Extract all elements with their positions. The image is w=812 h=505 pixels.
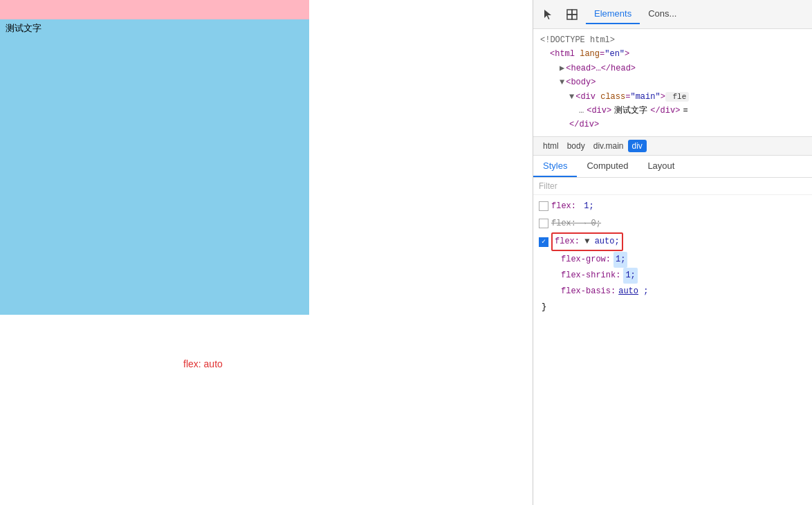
preview-text-label: 测试文字: [6, 22, 41, 35]
tab-styles[interactable]: Styles: [533, 156, 577, 177]
breadcrumb: html body div.main div: [533, 137, 812, 156]
svg-rect-1: [572, 10, 577, 15]
tab-layout[interactable]: Layout: [638, 156, 684, 177]
html-tag-line: <html lang="en">: [540, 47, 805, 61]
breadcrumb-div-main[interactable]: div.main: [589, 140, 628, 152]
css-rules: flex: 1; flex: → 0; ✓ flex: ▼ auto;: [533, 195, 812, 505]
filter-bar: Filter: [533, 178, 812, 195]
preview-blue-box: 测试文字: [0, 0, 309, 315]
css-sub-props: flex-grow: 1; flex-shrink: 1; flex-basis…: [539, 252, 806, 299]
inspect-icon[interactable]: [562, 5, 582, 24]
doctype-line: <!DOCTYPE html>: [540, 33, 805, 47]
devtools-toolbar: Elements Cons...: [533, 0, 812, 29]
checkbox-flex-1[interactable]: [539, 201, 548, 211]
css-row-flex-basis: flex-basis: auto ;: [561, 284, 806, 300]
div-content-line: … <div>测试文字</div> =: [540, 104, 805, 118]
div-close-line: </div>: [540, 118, 805, 131]
css-closing-brace: }: [539, 300, 806, 315]
devtools-panel: Elements Cons... <!DOCTYPE html> <html l…: [533, 0, 812, 505]
tab-computed[interactable]: Computed: [577, 156, 638, 177]
css-row-flex-0: flex: → 0;: [539, 215, 806, 232]
css-row-flex-1: flex: 1;: [539, 198, 806, 215]
checkbox-flex-0[interactable]: [539, 219, 548, 228]
html-tree: <!DOCTYPE html> <html lang="en"> ▶<head>…: [533, 29, 812, 137]
css-row-flex-auto: ✓ flex: ▼ auto;: [539, 232, 806, 252]
body-line: ▼<body>: [540, 75, 805, 89]
css-row-flex-grow: flex-grow: 1;: [561, 252, 806, 268]
breadcrumb-body[interactable]: body: [563, 140, 589, 152]
div-main-line: ▼<div class="main"> fle: [540, 90, 805, 104]
devtools-top-tabs: Elements Cons...: [586, 4, 806, 24]
svg-rect-2: [567, 15, 572, 19]
breadcrumb-div[interactable]: div: [628, 140, 647, 152]
flex-auto-label: flex: auto: [183, 358, 223, 369]
tab-console[interactable]: Cons...: [640, 4, 685, 24]
flex-auto-highlighted: flex: ▼ auto;: [551, 232, 623, 251]
head-line: ▶<head>…</head>: [540, 62, 805, 75]
style-tabs: Styles Computed Layout: [533, 156, 812, 178]
devtools-body: <!DOCTYPE html> <html lang="en"> ▶<head>…: [533, 29, 812, 505]
css-row-flex-shrink: flex-shrink: 1;: [561, 268, 806, 284]
cursor-icon[interactable]: [539, 5, 558, 24]
breadcrumb-html[interactable]: html: [539, 140, 563, 152]
tab-elements[interactable]: Elements: [586, 4, 640, 24]
checkbox-flex-auto[interactable]: ✓: [539, 237, 548, 247]
svg-rect-0: [567, 10, 572, 15]
svg-rect-3: [572, 15, 577, 19]
webpage-preview: 测试文字 flex: auto: [0, 0, 533, 505]
